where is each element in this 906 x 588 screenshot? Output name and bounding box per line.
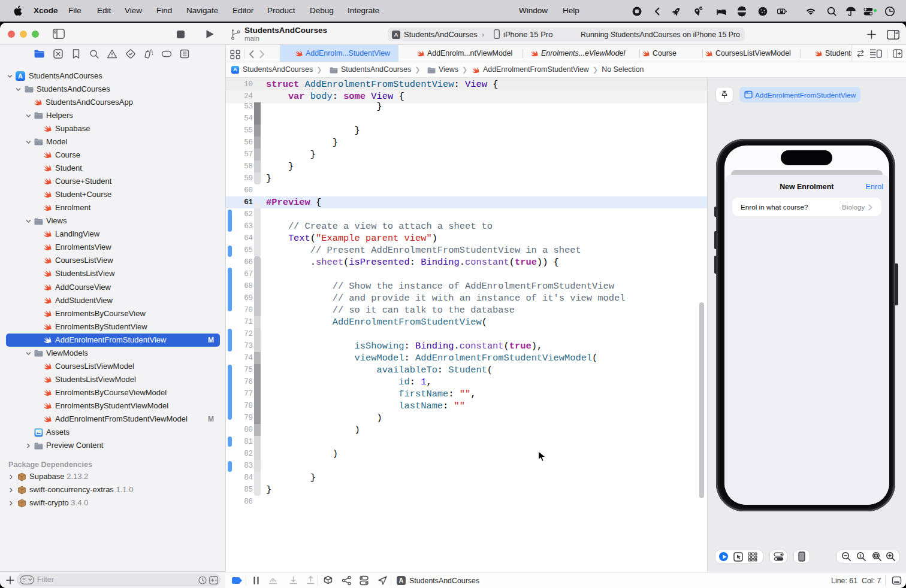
svg-text:1: 1 <box>859 553 862 559</box>
